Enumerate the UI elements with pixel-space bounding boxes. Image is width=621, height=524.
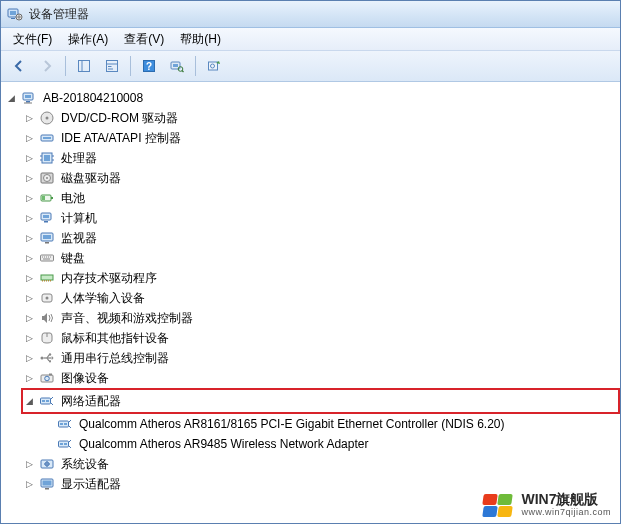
collapse-icon[interactable]: ◢ [23, 395, 35, 407]
tree-category[interactable]: ▷显示适配器 [23, 474, 620, 494]
svg-rect-82 [45, 488, 49, 490]
svg-text:?: ? [146, 61, 152, 72]
svg-point-23 [46, 117, 49, 120]
svg-rect-53 [44, 280, 45, 282]
svg-rect-50 [43, 259, 50, 260]
app-icon [7, 6, 23, 22]
tree-category-label: 声音、视频和游戏控制器 [59, 309, 195, 328]
svg-rect-4 [79, 61, 90, 72]
disc-icon [39, 110, 55, 126]
tree-category-label: 图像设备 [59, 369, 111, 388]
tree-device[interactable]: ▷Qualcomm Atheros AR9485 Wireless Networ… [41, 434, 620, 454]
svg-rect-36 [51, 197, 53, 199]
toolbar-back-button[interactable] [7, 54, 31, 78]
tree-category-label: 显示适配器 [59, 475, 123, 494]
svg-rect-27 [44, 155, 50, 161]
tree-category-label: DVD/CD-ROM 驱动器 [59, 109, 180, 128]
collapse-icon[interactable]: ◢ [5, 92, 17, 104]
keyboard-icon [39, 250, 55, 266]
menu-view[interactable]: 查看(V) [116, 29, 172, 50]
tree-category[interactable]: ▷系统设备 [23, 454, 620, 474]
device-tree[interactable]: ◢ AB-201804210008 ▷DVD/CD-ROM 驱动器▷IDE AT… [1, 82, 620, 523]
expand-icon[interactable]: ▷ [23, 458, 35, 470]
tree-category[interactable]: ▷人体学输入设备 [23, 288, 620, 308]
toolbar-show-hide-tree-button[interactable] [72, 54, 96, 78]
expand-icon[interactable]: ▷ [23, 292, 35, 304]
expand-icon[interactable]: ▷ [23, 212, 35, 224]
svg-line-15 [182, 71, 184, 73]
expand-icon[interactable]: ▷ [23, 132, 35, 144]
expand-icon[interactable]: ▷ [23, 192, 35, 204]
tree-root[interactable]: ◢ AB-201804210008 ▷DVD/CD-ROM 驱动器▷IDE AT… [5, 88, 620, 494]
expand-icon[interactable]: ▷ [23, 112, 35, 124]
tree-category[interactable]: ▷图像设备 [23, 368, 620, 388]
svg-rect-42 [43, 235, 51, 239]
tree-category[interactable]: ▷内存技术驱动程序 [23, 268, 620, 288]
ide-icon [39, 130, 55, 146]
expand-icon[interactable]: ▷ [23, 272, 35, 284]
tree-category[interactable]: ▷电池 [23, 188, 620, 208]
expand-icon[interactable]: ▷ [23, 352, 35, 364]
expand-icon[interactable]: ▷ [23, 232, 35, 244]
svg-rect-43 [45, 242, 49, 244]
hdd-icon [39, 170, 55, 186]
svg-rect-71 [60, 423, 63, 425]
toolbar-properties-button[interactable] [100, 54, 124, 78]
tree-category-label: 监视器 [59, 229, 99, 248]
tree-category-network[interactable]: ◢ 网络适配器 ▷Qualcomm Atheros AR8161/8165 PC… [23, 388, 620, 454]
usb-icon [39, 350, 55, 366]
tree-category[interactable]: ▷键盘 [23, 248, 620, 268]
network-adapter-icon [57, 436, 73, 452]
tree-category[interactable]: ▷IDE ATA/ATAPI 控制器 [23, 128, 620, 148]
svg-rect-20 [26, 101, 30, 103]
expand-icon[interactable]: ▷ [23, 172, 35, 184]
svg-rect-40 [44, 221, 48, 223]
svg-rect-45 [42, 257, 43, 258]
menu-help[interactable]: 帮助(H) [172, 29, 229, 50]
tree-category[interactable]: ▷监视器 [23, 228, 620, 248]
tree-category[interactable]: ▷DVD/CD-ROM 驱动器 [23, 108, 620, 128]
display-icon [39, 476, 55, 492]
tree-category-label: 处理器 [59, 149, 99, 168]
toolbar-scan-hardware-button[interactable] [165, 54, 189, 78]
camera-icon [39, 370, 55, 386]
tree-category[interactable]: ▷通用串行总线控制器 [23, 348, 620, 368]
titlebar: 设备管理器 [1, 1, 620, 28]
tree-category[interactable]: ▷声音、视频和游戏控制器 [23, 308, 620, 328]
expand-icon[interactable]: ▷ [23, 372, 35, 384]
battery-icon [39, 190, 55, 206]
expand-icon[interactable]: ▷ [23, 252, 35, 264]
toolbar-forward-button[interactable] [35, 54, 59, 78]
menu-action[interactable]: 操作(A) [60, 29, 116, 50]
svg-rect-68 [42, 400, 45, 402]
device-manager-window: 设备管理器 文件(F) 操作(A) 查看(V) 帮助(H) ? [0, 0, 621, 524]
tree-category-label: 人体学输入设备 [59, 289, 147, 308]
system-icon [39, 456, 55, 472]
svg-rect-69 [46, 400, 49, 402]
tree-category-label: 计算机 [59, 209, 99, 228]
tree-device-label: Qualcomm Atheros AR8161/8165 PCI-E Gigab… [77, 416, 507, 432]
svg-point-62 [49, 353, 51, 355]
expand-icon[interactable]: ▷ [23, 312, 35, 324]
toolbar-help-button[interactable]: ? [137, 54, 161, 78]
svg-rect-2 [11, 18, 15, 19]
svg-rect-56 [50, 280, 51, 282]
tree-category[interactable]: ▷鼠标和其他指针设备 [23, 328, 620, 348]
computer-icon [39, 210, 55, 226]
tree-category[interactable]: ▷处理器 [23, 148, 620, 168]
tree-device[interactable]: ▷Qualcomm Atheros AR8161/8165 PCI-E Giga… [41, 414, 620, 434]
svg-rect-46 [44, 257, 45, 258]
svg-rect-47 [46, 257, 47, 258]
svg-point-58 [46, 297, 49, 300]
tree-category-label: 电池 [59, 189, 87, 208]
toolbar-update-driver-button[interactable] [202, 54, 226, 78]
tree-category[interactable]: ▷磁盘驱动器 [23, 168, 620, 188]
highlight-box: ◢ 网络适配器 [21, 388, 620, 414]
menu-file[interactable]: 文件(F) [5, 29, 60, 50]
svg-point-60 [41, 357, 44, 360]
expand-icon[interactable]: ▷ [23, 332, 35, 344]
tree-category[interactable]: ▷计算机 [23, 208, 620, 228]
toolbar-separator [195, 56, 196, 76]
expand-icon[interactable]: ▷ [23, 478, 35, 490]
expand-icon[interactable]: ▷ [23, 152, 35, 164]
